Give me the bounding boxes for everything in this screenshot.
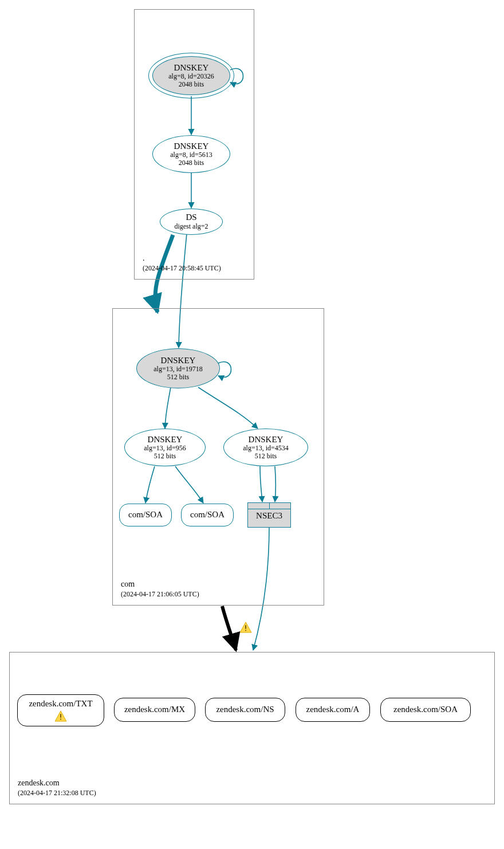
node-com-zsk1: DNSKEY alg=13, id=956 512 bits [124, 429, 206, 466]
warning-icon [54, 710, 67, 722]
edge-com-to-leaf-zone [222, 606, 236, 650]
node-com-soa-2: com/SOA [181, 504, 234, 526]
node-leaf-ns: zendesk.com/NS [205, 698, 285, 722]
svg-rect-2 [60, 718, 61, 720]
zone-leaf-name: zendesk.com [18, 777, 96, 789]
svg-rect-1 [60, 714, 61, 717]
node-leaf-a: zendesk.com/A [296, 698, 370, 722]
node-root-ksk: DNSKEY alg=8, id=20326 2048 bits [152, 56, 230, 95]
node-leaf-mx: zendesk.com/MX [114, 698, 195, 722]
zone-com-name: com [121, 579, 199, 590]
zone-com-timestamp: (2024-04-17 21:06:05 UTC) [121, 589, 199, 599]
zone-leaf: zendesk.com (2024-04-17 21:32:08 UTC) [9, 652, 495, 804]
node-com-soa-1: com/SOA [119, 504, 172, 526]
warning-icon-edge [239, 622, 252, 633]
node-leaf-txt: zendesk.com/TXT [17, 694, 104, 726]
zone-root-timestamp: (2024-04-17 20:58:45 UTC) [143, 264, 221, 273]
node-root-zsk: DNSKEY alg=8, id=5613 2048 bits [152, 135, 230, 173]
node-leaf-soa: zendesk.com/SOA [380, 698, 471, 722]
node-com-ksk: DNSKEY alg=13, id=19718 512 bits [136, 348, 220, 388]
node-nsec3: NSEC3 [247, 502, 291, 528]
node-root-ds: DS digest alg=2 [160, 209, 223, 235]
dnssec-chain-diagram: . (2024-04-17 20:58:45 UTC) DNSKEY alg=8… [0, 0, 504, 849]
svg-rect-4 [245, 625, 246, 628]
zone-leaf-timestamp: (2024-04-17 21:32:08 UTC) [18, 788, 96, 798]
svg-rect-5 [245, 630, 246, 631]
node-com-zsk2: DNSKEY alg=13, id=4534 512 bits [223, 429, 308, 466]
zone-root-name: . [143, 253, 221, 264]
